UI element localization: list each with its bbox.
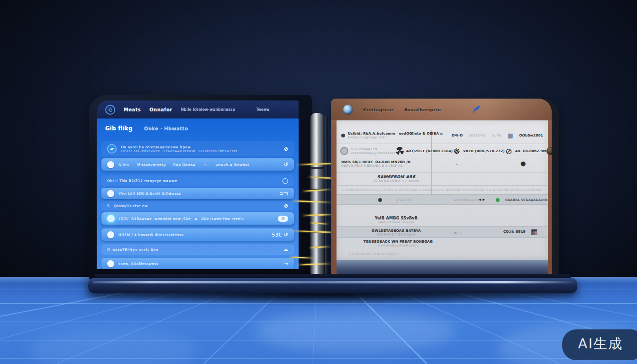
circle-slash-icon[interactable]: ⊘ (284, 146, 288, 152)
tab-inactive[interactable]: Onke · Hbwatto (144, 126, 188, 131)
row-title: WA% 60/1 BEDE O4.04B MN20B /N (341, 160, 410, 164)
footer-label: AvvAvvBvvavvbvavvvbdvdbv (492, 188, 542, 192)
table-row: ITEEWGBIOW VEIGOEIBIUOTI (337, 250, 548, 259)
right-nav-item-2[interactable]: Avvatbargeru (404, 107, 441, 112)
marker-icon: ▴ (456, 162, 458, 166)
dot-badge-icon (107, 190, 114, 197)
list-item[interactable]: S· Qssss/Os.rtse ew ⊘ (101, 201, 294, 210)
sphere-icon (546, 147, 552, 155)
band-label: avvvvBevvvv-w (454, 198, 480, 202)
tab-bar: Gib flikg Onke · Hbwatto (105, 125, 188, 132)
left-panel-bezel: Meats Onnafor Nblle Idralew-wanbenesso T… (89, 95, 312, 283)
refresh-icon[interactable]: ↺ (284, 162, 288, 167)
table-row: vvwvbvyBbsvavavevyy Avaav svvbvBvvvaa uv… (337, 186, 548, 194)
nav-item-2[interactable]: Onnafor (149, 107, 172, 112)
dot-badge-icon (107, 231, 114, 238)
row-subtitle: SDvPvFvB T BD DAbvA (354, 233, 439, 237)
left-body: Gib flikg Onke · Hbwatto Oa avtel ba rer… (97, 118, 299, 269)
scene: Meats Onnafor Nblle Idralew-wanbenesso T… (0, 0, 637, 364)
globe-logo-icon (343, 105, 353, 114)
footer-label: uvvavab avvdv (419, 188, 445, 192)
list-item-text: S· Qssss/Os.rtse ew (107, 204, 280, 208)
bird-logo-icon (470, 103, 482, 116)
left-header: Meats Onnafor Nblle Idralew-wanbenesso T… (97, 100, 299, 118)
watermark-label: AI生成 (578, 336, 623, 352)
status-dot-icon (496, 198, 500, 202)
right-nav-item-1[interactable]: Kuntagrear (363, 107, 394, 112)
badge-icons[interactable]: ⊃⊐ (280, 191, 288, 196)
list-item-title: Oa avtel ba reretsaaaleeewa itpaw (121, 145, 280, 149)
list-item-link[interactable]: Obi I: TMa B2/E12 mrayeye wawwe (107, 179, 278, 183)
row-title: OWLDETAGEOAG BATBYA (354, 229, 439, 233)
cloud-icon[interactable]: ☁ (283, 247, 288, 252)
arrow-icon[interactable]: → (284, 261, 288, 266)
list-item[interactable]: YAvi L64 £D0.0,6vhO GiOdwass ⊃⊐ (101, 188, 294, 199)
tab-active[interactable]: Gib flikg (105, 125, 133, 132)
list-item[interactable]: Oa avtel ba reretsaaaleeewa itpaw Ealest… (101, 141, 294, 156)
nav-item-1[interactable]: Meats (124, 107, 141, 112)
row-title: Usibid: RbA.A,hufcemm eedOGlieto & OEIBA… (348, 132, 443, 136)
list-item[interactable]: ssew, AAdMesswess → (101, 258, 294, 269)
left-screen: Meats Onnafor Nblle Idralew-wanbenesso T… (97, 100, 299, 269)
row-subtitle: av aB BAvDvBvE v u bdvvb (354, 179, 439, 183)
disc-icon (340, 147, 348, 155)
band-label: BAABBL SSGApAGAvvB (505, 198, 547, 202)
circle-icon[interactable]: ◯ (282, 178, 288, 183)
base-highlight (93, 281, 573, 283)
barcode-label: OObSw2001 (519, 134, 543, 137)
wheel-icon: ☸ (453, 147, 461, 155)
table-row[interactable]: OWLDETAGEOAG BATBYA SDvPvFvB T BD DAbvA … (337, 227, 548, 238)
watermark-badge: AI生成 (562, 329, 637, 360)
table-row[interactable]: YaIB AMBG SSvBvB v4vBvvBBvvC avvvvv (337, 214, 548, 227)
list-item-subtitle: Ealest assuedvnvwce B lweaAAd kteawt Zes… (121, 149, 280, 153)
arrows-icon[interactable]: ◂ ▸ (479, 197, 485, 202)
table-row[interactable]: rGvPPKKAM LLN veseterseseyvyvrecsseded 4… (337, 144, 548, 158)
toggle-dots-icon[interactable]: ● ○ (454, 231, 462, 235)
list-item-text: O msaaTB)·Syv nvvtt Syw (107, 247, 279, 252)
row-title: ITEEWGBIOW VEIGOEIBIUOTI (349, 252, 398, 256)
footer-label: vvwvbvyBbsvavavevyy (342, 188, 382, 192)
table-row[interactable]: SAM6EBDM AB6 av aB BAvDvBvE v u bdvvb (337, 173, 548, 186)
list-item[interactable]: O msaaTB)·Syv nvvtt Syw ☁ (101, 244, 294, 255)
blob-icon: ● (520, 160, 526, 166)
dual-screen-device: Meats Onnafor Nblle Idralew-wanbenesso T… (89, 94, 559, 293)
row-cell: GuNN (492, 134, 501, 137)
glow-badge-icon (107, 215, 115, 222)
table-row[interactable]: TGUSEOBACK WN PEBAT BONEGAG v v4 avvBvvv… (337, 238, 548, 250)
bullet-icon (341, 134, 345, 137)
row-title: YaIB AMBG SSvBvB (354, 216, 439, 220)
footer-label: BBvBvAPPIBEEvavc,40.b.u (446, 188, 491, 192)
bullet-icon (378, 198, 382, 202)
nav-item-4[interactable]: Tweew (256, 108, 270, 112)
cell-label: 4B. 60.80b2.9M (515, 149, 546, 153)
list-item-selected[interactable]: (DIY/ A1Rawsae weeddat eew /1ke .a. A0e … (101, 212, 294, 225)
list-item-text: YAvi L64 £D0.0,6vhO GiOdwass (118, 191, 275, 196)
row-subtitle: ODEVD/FEKE S BEDVDA B 4 4BAF AG (341, 164, 410, 168)
list-item[interactable]: Obi I: TMa B2/E12 mrayeye wawwe ◯ (101, 175, 294, 186)
row-subtitle: v v4 avvBvvvFvvBvvAvv (346, 244, 450, 247)
hinge-rod (325, 116, 328, 274)
right-panel-bezel: Kuntagrear Avvatbargeru Usibid: RbA.A,hu… (331, 99, 559, 282)
right-bezel-leather: Kuntagrear Avvatbargeru Usibid: RbA.A,hu… (331, 99, 552, 278)
circle-slash-icon[interactable]: ⊘ (284, 203, 288, 209)
action-pill-icon[interactable]: ≋ (278, 216, 288, 222)
table-row[interactable]: 4 vuB v% avvvvBevvvv-w ◂ ▸ BAABBL SSGApA… (337, 194, 548, 205)
qr-code-icon[interactable]: ▦ (531, 228, 537, 236)
list-item[interactable]: HH2M / 4 bassaW ditecrssetesso 53C ↺ (101, 228, 294, 241)
list-item-text: HH2M / 4 bassaW ditecrssetesso (118, 233, 268, 237)
list-item[interactable]: A,fnn Misssevervesy Oda Gewsu — uvwvh.a … (101, 158, 294, 171)
row-cell: SNEEONG (469, 134, 486, 137)
row-subtitle: v4vBvvBBvvC avvvvv (354, 220, 439, 224)
barcode-icon: ▥ (508, 133, 513, 138)
table-row[interactable]: Usibid: RbA.A,hufcemm eedOGlieto & OEIBA… (337, 127, 548, 144)
table-row[interactable]: WA% 60/1 BEDE O4.04B MN20B /N ODEVD/FEKE… (337, 158, 548, 173)
cell-label: VBEB (B00./S10.232) (463, 149, 505, 153)
dot-badge-icon (107, 161, 114, 168)
right-header: Kuntagrear Avvatbargeru (331, 99, 552, 120)
document-page: Usibid: RbA.A,hufcemm eedOGlieto & OEIBA… (337, 120, 548, 260)
band-label: 4 vuB v% (396, 198, 412, 202)
nav-item-3[interactable]: Nblle Idralew-wanbenesso (181, 108, 236, 112)
refresh-counter-icon[interactable]: 53C ↺ (272, 232, 288, 237)
device-base (88, 278, 577, 293)
row-cell: O4I·O (452, 134, 463, 137)
